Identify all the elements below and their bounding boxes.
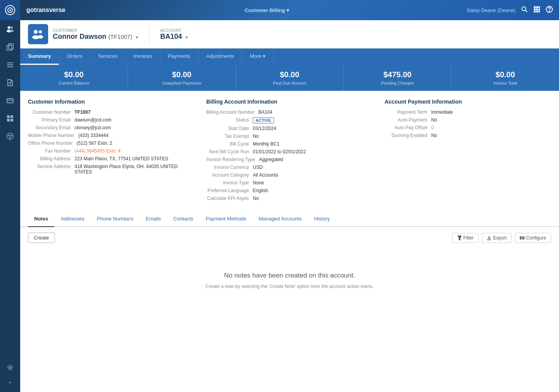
notes-empty-state: No notes have been created on this accou… [20,248,559,312]
svg-point-37 [549,10,550,11]
sidebar-item-card[interactable] [0,92,20,109]
stat-current-balance-label: Current Balance [24,81,124,85]
topnav-right: Daisy Deane (Deane) [467,6,553,15]
svg-rect-10 [7,64,13,65]
sidebar-item-settings[interactable] [0,359,20,376]
account-id[interactable]: BA104 ▾ [160,33,188,41]
info-grid: Customer Information Customer Number TF1… [20,91,559,211]
stat-invoice-label: Invoice Total [455,81,555,85]
tab-summary[interactable]: Summary [20,49,59,65]
tab-payments[interactable]: Payments [160,49,199,65]
payment-info-title: Account Payment Information [385,99,551,105]
sidebar-item-grid[interactable] [0,109,20,127]
divider [149,24,149,44]
svg-point-3 [8,26,10,29]
customer-avatar [28,24,48,44]
stat-unapplied-payments: $0.00 Unapplied Payments [128,65,236,91]
sidebar: » [0,0,20,392]
info-secondary-email: Secondary Email ckinsey@jcd.com [28,125,194,130]
svg-rect-16 [7,115,10,118]
info-auto-payment: Auto-Payment No [385,117,551,123]
svg-rect-30 [534,9,536,10]
tab-orders[interactable]: Orders [59,49,90,65]
svg-point-39 [39,30,42,33]
btab-addresses[interactable]: Addresses [54,211,90,227]
svg-rect-31 [536,9,538,10]
info-status: Status ACTIVE [206,117,373,123]
search-icon[interactable] [521,6,528,15]
info-mobile-phone: Mobile Phone Number (433) 3334444 [28,133,194,138]
create-note-button[interactable]: Create [28,232,55,243]
tab-more[interactable]: More ▾ [242,49,274,65]
info-fax-number: Fax Number (444) 5645455 Extn: 4 [28,148,194,154]
svg-rect-17 [10,115,13,118]
export-button[interactable]: Export [482,233,512,243]
svg-line-26 [526,10,528,12]
stat-unapplied-label: Unapplied Payments [132,81,232,85]
info-preferred-language: Preferred Language English [206,188,373,193]
tab-adjustments[interactable]: Adjustments [198,49,242,65]
tab-services[interactable]: Services [90,49,126,65]
stat-current-balance-amount: $0.00 [24,70,124,79]
empty-state-subtitle: Create a note by selecting the 'Create N… [206,284,374,289]
svg-point-25 [522,7,526,10]
customer-dropdown-icon[interactable]: ▾ [136,35,138,40]
svg-rect-34 [536,11,538,12]
btab-phone-numbers[interactable]: Phone Numbers [91,211,140,227]
sidebar-item-document[interactable] [0,74,20,92]
svg-rect-18 [7,119,10,121]
account-label: ACCOUNT [160,28,188,33]
stat-unapplied-amount: $0.00 [132,70,232,79]
stat-pending-label: Pending Charges [347,81,447,85]
svg-point-22 [11,135,12,136]
customer-header: CUSTOMER Connor Dawson (TF1007) ▾ ACCOUN… [20,20,559,49]
btab-notes[interactable]: Notes [28,211,54,227]
sidebar-item-list[interactable] [0,56,20,74]
sidebar-item-palette[interactable] [0,127,20,145]
top-navigation: gotransverse Customer Billing▾ Daisy Dea… [20,0,559,20]
info-payment-term: Payment Term Immediate [385,109,551,115]
tab-invoices[interactable]: Invoices [126,49,160,65]
btab-history[interactable]: History [308,211,336,227]
sidebar-item-copy[interactable] [0,38,20,56]
customer-label: CUSTOMER [53,28,138,33]
grid-apps-icon[interactable] [533,6,540,15]
app-logo[interactable] [0,0,20,20]
empty-state-title: No notes have been created on this accou… [28,272,551,279]
svg-rect-9 [7,62,13,63]
svg-point-24 [9,366,11,369]
btab-contacts[interactable]: Contacts [167,211,200,227]
svg-point-2 [9,9,11,11]
customer-info: CUSTOMER Connor Dawson (TF1007) ▾ [53,28,138,41]
stat-pending-amount: $475.00 [347,70,447,79]
info-start-date: Start Date 03/12/2024 [206,126,373,131]
sidebar-expand-button[interactable]: » [0,376,20,388]
help-icon[interactable] [546,6,553,15]
svg-point-38 [34,30,38,34]
btab-managed-accounts[interactable]: Managed Accounts [253,211,308,227]
info-dunning-enabled: Dunning Enabled No [385,133,551,138]
account-info: ACCOUNT BA104 ▾ [160,28,188,41]
filter-button[interactable]: Filter [452,233,479,243]
bottom-tabs: Notes Addresses Phone Numbers Emails Con… [20,211,559,227]
svg-rect-27 [534,6,536,8]
sidebar-item-customers[interactable] [0,20,20,38]
info-invoice-rendering: Invoice Rendering Type Aggregated [206,157,373,162]
billing-info-title: Billing Account Information [206,99,373,105]
stat-past-due: $0.00 Past Due Amount [236,65,344,91]
user-menu[interactable]: Daisy Deane (Deane) [467,7,516,13]
info-billing-address: Billing Address 223 Main Plano, TX, 7754… [28,156,194,161]
info-customer-number: Customer Number TF1007 [28,109,194,115]
btab-payment-methods[interactable]: Payment Methods [200,211,253,227]
configure-button[interactable]: Configure [515,233,551,243]
svg-rect-19 [10,119,13,121]
stat-past-due-amount: $0.00 [240,70,340,79]
btab-emails[interactable]: Emails [140,211,167,227]
status-badge: ACTIVE [253,117,274,123]
svg-point-23 [10,137,10,138]
svg-rect-44 [521,236,523,239]
svg-rect-28 [536,6,538,8]
customer-name[interactable]: Connor Dawson (TF1007) ▾ [53,33,138,41]
info-billing-account-number: Billing Account Number BA104 [206,109,373,115]
main-content: gotransverse Customer Billing▾ Daisy Dea… [20,0,559,392]
